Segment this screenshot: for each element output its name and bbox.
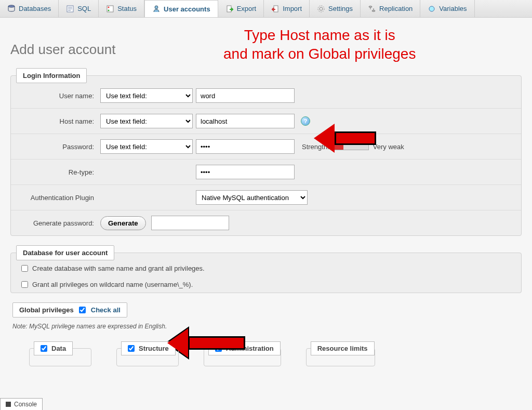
status-icon bbox=[106, 5, 114, 13]
create-db-option: Create database with same name and grant… bbox=[11, 260, 521, 276]
hostname-type-select[interactable]: Use text field: bbox=[100, 114, 193, 128]
top-tabs: Databases SQL Status User accounts Expor… bbox=[0, 0, 532, 18]
resource-group-legend: Resource limits bbox=[311, 341, 375, 355]
tab-label: Replication bbox=[379, 5, 413, 12]
password-type-select[interactable]: Use text field: bbox=[100, 139, 193, 154]
retype-label: Re-type: bbox=[17, 168, 100, 176]
password-input[interactable] bbox=[196, 139, 295, 154]
arrow-global-priv bbox=[167, 328, 245, 358]
generate-button[interactable]: Generate bbox=[100, 216, 146, 230]
svg-point-5 bbox=[155, 6, 158, 9]
auth-row: Authentication Plugin Native MySQL authe… bbox=[11, 184, 521, 210]
structure-label: Structure bbox=[139, 345, 169, 352]
tab-label: SQL bbox=[77, 5, 91, 12]
auth-label: Authentication Plugin bbox=[17, 194, 100, 202]
svg-point-9 bbox=[318, 6, 324, 12]
wildcard-option: Grant all privileges on wildcard name (u… bbox=[11, 276, 521, 293]
global-priv-title: Global privileges bbox=[19, 306, 74, 314]
login-info-legend: Login Information bbox=[16, 68, 87, 83]
generate-label: Generate password: bbox=[17, 219, 100, 227]
tab-replication[interactable]: Replication bbox=[361, 0, 420, 17]
hostname-row: Host name: Use text field: ? bbox=[11, 108, 521, 134]
svg-point-8 bbox=[320, 7, 323, 10]
annotation-text: Type Host name as it is and mark on Glob… bbox=[223, 26, 416, 64]
username-type-select[interactable]: Use text field: bbox=[100, 88, 193, 103]
username-input[interactable] bbox=[196, 88, 295, 103]
tab-databases[interactable]: Databases bbox=[0, 0, 59, 17]
arrow-hostname bbox=[314, 124, 376, 153]
svg-rect-2 bbox=[107, 6, 113, 12]
tab-settings[interactable]: Settings bbox=[310, 0, 361, 17]
help-icon[interactable]: ? bbox=[301, 116, 310, 126]
global-priv-panel: Global privileges Check all Note: MySQL … bbox=[10, 302, 522, 366]
priv-groups: Data Structure Administration Resource l… bbox=[10, 341, 522, 366]
sql-icon bbox=[66, 5, 74, 13]
create-db-label: Create database with same name and grant… bbox=[32, 264, 205, 272]
structure-checkbox[interactable] bbox=[128, 345, 135, 352]
user-accounts-icon bbox=[152, 5, 161, 13]
generated-password-input[interactable] bbox=[151, 216, 229, 230]
database-icon bbox=[7, 5, 16, 13]
data-label: Data bbox=[51, 345, 66, 352]
password-label: Password: bbox=[17, 143, 100, 151]
tab-variables[interactable]: Variables bbox=[420, 0, 474, 17]
svg-point-3 bbox=[108, 6, 110, 8]
priv-note: Note: MySQL privilege names are expresse… bbox=[10, 318, 522, 337]
wildcard-checkbox[interactable] bbox=[21, 281, 28, 288]
auth-plugin-select[interactable]: Native MySQL authentication bbox=[196, 190, 308, 205]
check-all-link[interactable]: Check all bbox=[91, 306, 121, 314]
console-icon bbox=[6, 402, 11, 407]
check-all-checkbox[interactable] bbox=[79, 307, 86, 313]
db-for-user-legend: Database for user account bbox=[16, 245, 114, 260]
username-row: User name: Use text field: bbox=[11, 83, 521, 108]
retype-input[interactable] bbox=[196, 165, 295, 179]
import-icon bbox=[271, 5, 280, 13]
svg-point-12 bbox=[429, 6, 434, 11]
tab-user-accounts[interactable]: User accounts bbox=[144, 0, 218, 17]
tab-export[interactable]: Export bbox=[218, 0, 264, 17]
retype-row: Re-type: bbox=[11, 159, 521, 184]
password-row: Password: Use text field: Strength: Very… bbox=[11, 134, 521, 159]
svg-point-10 bbox=[369, 6, 372, 7]
annotation-line2: and mark on Global privileges bbox=[223, 45, 416, 63]
content-area: Add user account Login Information User … bbox=[0, 18, 532, 384]
resource-label: Resource limits bbox=[317, 345, 368, 352]
tab-label: Variables bbox=[439, 5, 467, 12]
data-checkbox[interactable] bbox=[41, 345, 47, 352]
settings-icon bbox=[317, 5, 325, 13]
tab-label: Export bbox=[237, 5, 257, 12]
svg-point-0 bbox=[8, 5, 15, 7]
strength-text: Very weak bbox=[373, 143, 404, 151]
global-priv-legend: Global privileges Check all bbox=[12, 302, 127, 318]
console-tab[interactable]: Console bbox=[0, 398, 43, 410]
console-label: Console bbox=[14, 401, 37, 408]
replication-icon bbox=[368, 5, 376, 13]
tab-status[interactable]: Status bbox=[99, 0, 144, 17]
create-db-checkbox[interactable] bbox=[21, 265, 28, 272]
tab-label: Databases bbox=[19, 5, 51, 12]
wildcard-label: Grant all privileges on wildcard name (u… bbox=[32, 281, 193, 288]
generate-row: Generate password: Generate bbox=[11, 210, 521, 235]
tab-label: Status bbox=[117, 5, 137, 12]
tab-label: User accounts bbox=[164, 5, 210, 13]
svg-point-4 bbox=[108, 9, 110, 11]
svg-point-11 bbox=[372, 10, 375, 11]
data-group: Data bbox=[29, 341, 91, 366]
tab-label: Import bbox=[283, 5, 302, 12]
username-label: User name: bbox=[17, 92, 100, 100]
hostname-label: Host name: bbox=[17, 117, 100, 125]
variables-icon bbox=[428, 5, 436, 13]
data-group-legend: Data bbox=[34, 341, 73, 355]
export-icon bbox=[225, 5, 234, 13]
login-info-panel: Login Information User name: Use text fi… bbox=[10, 68, 522, 236]
db-for-user-panel: Database for user account Create databas… bbox=[10, 245, 522, 293]
tab-label: Settings bbox=[328, 5, 353, 12]
hostname-input[interactable] bbox=[196, 114, 295, 128]
tab-import[interactable]: Import bbox=[264, 0, 310, 17]
tab-sql[interactable]: SQL bbox=[59, 0, 99, 17]
annotation-line1: Type Host name as it is bbox=[223, 26, 416, 45]
resource-group: Resource limits bbox=[306, 341, 375, 366]
